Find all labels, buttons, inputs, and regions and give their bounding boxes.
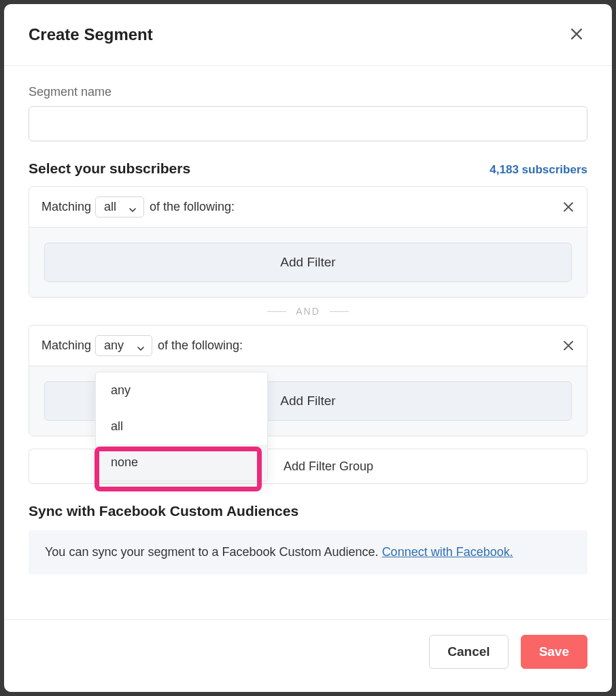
create-segment-modal: Create Segment Segment name Select your … (4, 4, 612, 692)
segment-name-label: Segment name (29, 85, 587, 99)
subscribers-section-header: Select your subscribers 4,183 subscriber… (29, 160, 587, 177)
following-label: of the following: (150, 200, 235, 214)
segment-name-input[interactable] (29, 106, 587, 141)
add-filter-group-label: Add Filter Group (284, 459, 373, 473)
divider-line-icon (267, 311, 286, 312)
matching-dropdown: any all none (95, 372, 268, 481)
sync-text: You can sync your segment to a Facebook … (45, 545, 382, 559)
dropdown-option-none[interactable]: none (96, 445, 267, 481)
divider-line-icon (330, 311, 349, 312)
matching-select[interactable]: all (95, 196, 144, 218)
filter-group-header: Matching all of the following: (29, 187, 587, 227)
modal-body: Segment name Select your subscribers 4,1… (4, 66, 612, 619)
following-label: of the following: (158, 338, 243, 353)
sync-title: Sync with Facebook Custom Audiences (29, 503, 587, 519)
dropdown-option-all[interactable]: all (96, 408, 267, 445)
sync-box: You can sync your segment to a Facebook … (29, 530, 587, 574)
matching-select[interactable]: any (95, 335, 152, 356)
matching-label: Matching (41, 200, 91, 214)
chevron-down-icon (129, 203, 137, 211)
cancel-button[interactable]: Cancel (429, 635, 508, 669)
and-label: AND (296, 306, 320, 317)
chevron-down-icon (137, 342, 145, 350)
and-divider: AND (29, 298, 587, 325)
remove-group-icon[interactable] (561, 335, 576, 356)
filter-group-body: Add Filter (29, 227, 587, 297)
filter-group-header: Matching any any all none of (29, 326, 587, 366)
modal-header: Create Segment (4, 4, 612, 66)
subscribers-title: Select your subscribers (29, 160, 190, 177)
matching-select-value: all (104, 200, 116, 214)
filter-group: Matching any any all none of (29, 325, 587, 436)
remove-group-icon[interactable] (561, 196, 576, 218)
modal-title: Create Segment (29, 25, 153, 44)
matching-label: Matching (41, 338, 91, 353)
connect-facebook-link[interactable]: Connect with Facebook. (382, 545, 513, 559)
subscribers-count[interactable]: 4,183 subscribers (490, 163, 587, 177)
filter-group: Matching all of the following: Add Filte… (29, 186, 587, 298)
close-icon[interactable] (566, 23, 587, 46)
add-filter-button[interactable]: Add Filter (44, 243, 572, 282)
matching-select-value: any (104, 338, 124, 353)
dropdown-option-any[interactable]: any (96, 372, 267, 408)
modal-footer: Cancel Save (4, 619, 612, 692)
save-button[interactable]: Save (521, 635, 587, 669)
